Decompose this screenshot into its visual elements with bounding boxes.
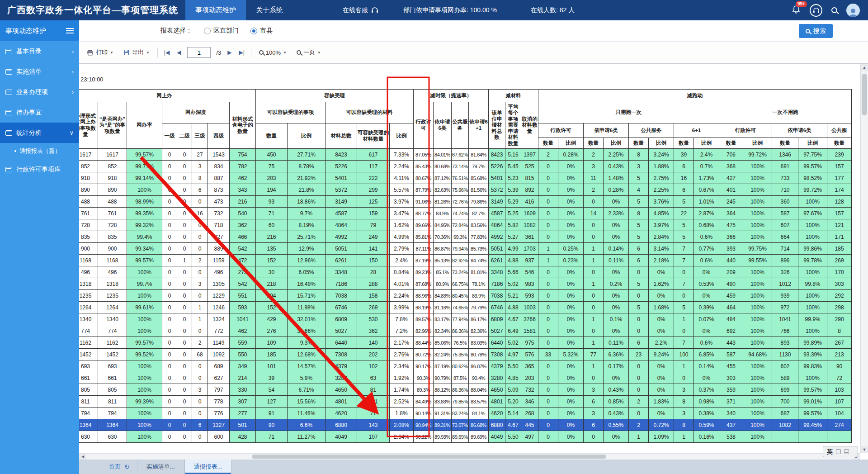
table-cell[interactable]: 99.75% [743, 243, 772, 255]
table-cell[interactable]: 443 [719, 337, 743, 349]
table-cell[interactable]: 0 [629, 290, 649, 302]
table-cell[interactable]: 5.02 [505, 337, 521, 349]
fit-page-control[interactable]: 一页 ▼ [294, 47, 323, 58]
table-cell[interactable]: 0.43% [604, 408, 629, 419]
table-cell[interactable]: 5 [674, 196, 694, 208]
table-cell[interactable]: 1609 [521, 208, 538, 219]
table-cell[interactable]: 890 [79, 184, 98, 196]
table-cell[interactable]: 0 [674, 372, 694, 384]
table-cell[interactable]: 0 [584, 325, 604, 337]
table-cell[interactable]: 6.36% [604, 349, 629, 360]
table-row[interactable]: 805805100%003797330546.71%4650811.74%89.… [79, 384, 852, 396]
table-cell[interactable]: 0% [558, 313, 584, 325]
table-cell[interactable]: 209 [719, 266, 743, 278]
table-cell[interactable]: 277 [230, 408, 256, 419]
table-cell[interactable]: 0% [694, 325, 719, 337]
table-cell[interactable]: 267 [827, 337, 852, 349]
table-cell[interactable]: 1318 [79, 278, 98, 290]
table-cell[interactable]: 8 [674, 419, 694, 431]
table-cell[interactable]: 2 [192, 255, 208, 266]
table-cell[interactable]: 687 [772, 408, 798, 419]
table-cell[interactable]: 78.1% [469, 278, 489, 290]
table-cell[interactable]: 100% [127, 290, 162, 302]
table-cell[interactable]: 18.86% [288, 196, 326, 208]
table-cell[interactable]: 1.01% [694, 196, 719, 208]
table-cell[interactable]: 5.82 [505, 219, 521, 231]
table-cell[interactable]: 2 [629, 419, 649, 431]
table-cell[interactable]: 3.99% [390, 302, 414, 313]
table-cell[interactable]: 203 [256, 172, 288, 184]
table-cell[interactable]: 84.83% [434, 290, 452, 302]
table-cell[interactable]: 0% [558, 408, 584, 419]
table-cell[interactable]: 83.03% [469, 337, 489, 349]
table-cell[interactable]: 100% [743, 219, 772, 231]
table-cell[interactable]: 12.68% [288, 349, 326, 360]
table-cell[interactable]: 128 [827, 196, 852, 208]
table-cell[interactable]: 1.62% [390, 219, 414, 231]
table-cell[interactable]: 5 [674, 219, 694, 231]
table-cell[interactable]: 89.57% [414, 313, 434, 325]
table-cell[interactable]: 0 [177, 266, 192, 278]
table-cell[interactable]: 0 [162, 384, 177, 396]
table-row[interactable]: 693693100%00068934910114.57%43791022.34%… [79, 360, 852, 372]
table-cell[interactable]: 835 [98, 231, 127, 243]
table-cell[interactable]: 8 [674, 396, 694, 408]
table-cell[interactable]: 73.14% [452, 161, 469, 172]
table-cell[interactable]: 100% [798, 219, 827, 231]
table-cell[interactable]: 214 [230, 372, 256, 384]
table-cell[interactable]: 177 [827, 172, 852, 184]
table-cell[interactable]: 692 [719, 325, 743, 337]
table-cell[interactable]: 4.67 [505, 419, 521, 431]
table-cell[interactable]: 0 [162, 419, 177, 431]
table-cell[interactable]: 774 [79, 325, 98, 337]
table-cell[interactable]: 546 [521, 266, 538, 278]
table-cell[interactable]: 99.57% [127, 337, 162, 349]
table-cell[interactable]: 87.5% [452, 372, 469, 384]
table-cell[interactable]: 83.57% [469, 396, 489, 408]
table-cell[interactable]: 0.68% [694, 219, 719, 231]
table-cell[interactable]: 587 [719, 349, 743, 360]
table-cell[interactable]: 1.92% [390, 372, 414, 384]
table-cell[interactable]: 152 [256, 255, 288, 266]
table-cell[interactable]: 100% [127, 313, 162, 325]
table-cell[interactable]: 4587 [489, 208, 505, 219]
table-cell[interactable]: 3149 [489, 196, 505, 208]
table-cell[interactable]: 576 [521, 349, 538, 360]
table-cell[interactable]: 99.34% [127, 243, 162, 255]
table-cell[interactable]: 171 [827, 231, 852, 243]
table-cell[interactable]: 0 [538, 266, 558, 278]
table-cell[interactable]: 0.59% [694, 419, 719, 431]
table-cell[interactable]: 143 [357, 419, 390, 431]
table-cell[interactable]: 152 [256, 302, 288, 313]
table-cell[interactable]: 0.6% [694, 255, 719, 266]
table-cell[interactable]: 85.1% [434, 266, 452, 278]
table-cell[interactable]: 103 [827, 384, 852, 396]
table-cell[interactable]: 2 [538, 149, 558, 161]
table-cell[interactable]: 117 [357, 161, 390, 172]
table-cell[interactable] [827, 431, 852, 443]
table-cell[interactable]: 11.98% [288, 302, 326, 313]
table-cell[interactable]: 12.96% [288, 255, 326, 266]
table-cell[interactable]: 94.68% [743, 349, 772, 360]
table-cell[interactable]: 0 [538, 219, 558, 231]
table-cell[interactable]: 343 [230, 184, 256, 196]
table-cell[interactable]: 1318 [98, 278, 127, 290]
table-cell[interactable]: 4049 [489, 431, 505, 443]
table-cell[interactable]: 445 [521, 419, 538, 431]
table-cell[interactable]: 99.01% [798, 396, 827, 408]
table-cell[interactable]: 86.87% [469, 360, 489, 372]
table-cell[interactable]: 0.6% [694, 337, 719, 349]
table-cell[interactable]: 699 [772, 384, 798, 396]
table-cell[interactable]: 972 [772, 302, 798, 313]
table-cell[interactable]: 1452 [79, 349, 98, 360]
last-page-button[interactable]: ▶| [238, 49, 245, 56]
table-cell[interactable]: 5.23 [505, 172, 521, 184]
table-cell[interactable]: 0% [604, 325, 629, 337]
table-cell[interactable]: 2.17% [390, 337, 414, 349]
table-cell[interactable]: 464 [719, 302, 743, 313]
table-cell[interactable]: 607 [772, 219, 798, 231]
table-cell[interactable]: 718 [208, 219, 230, 231]
table-cell[interactable]: 91.06% [414, 196, 434, 208]
table-cell[interactable]: 93.39% [798, 349, 827, 360]
table-cell[interactable]: 99.57% [127, 149, 162, 161]
